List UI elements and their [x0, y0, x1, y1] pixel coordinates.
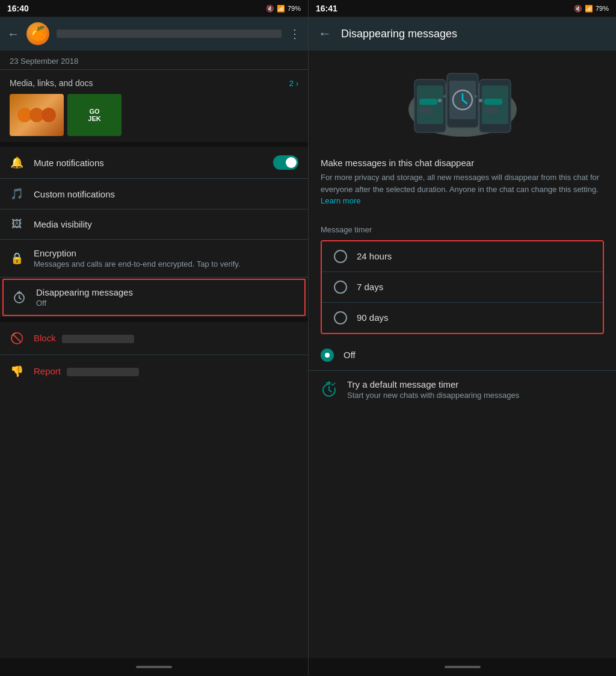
radio-90d[interactable]: 90 days	[322, 303, 603, 333]
right-battery: 79%	[596, 5, 609, 12]
radio-7d-label: 7 days	[357, 282, 383, 292]
report-icon: 👎	[10, 365, 24, 378]
encryption-title: Encryption	[34, 248, 298, 258]
mute-text: Mute notifications	[34, 158, 263, 168]
svg-point-16	[438, 99, 442, 102]
encryption-item[interactable]: 🔒 Encryption Messages and calls are end-…	[0, 240, 308, 277]
divider-encryption	[0, 277, 308, 278]
block-name-blur	[62, 335, 134, 343]
custom-notif-title: Custom notifications	[34, 189, 298, 199]
section-gap-1	[0, 142, 308, 147]
radio-off[interactable]: Off	[309, 340, 616, 370]
default-timer-title: Try a default message timer	[347, 379, 519, 389]
report-label: Report	[34, 366, 61, 376]
more-options-icon[interactable]: ⋮	[289, 26, 301, 41]
default-timer-icon	[321, 380, 337, 397]
report-label-container: Report	[34, 366, 139, 377]
media-count[interactable]: 2 ›	[289, 79, 298, 88]
radio-24h[interactable]: 24 hours	[322, 241, 603, 272]
media-visibility-item[interactable]: 🖼 Media visibility	[0, 209, 308, 239]
right-nav-dot	[445, 666, 481, 668]
media-section: Media, links, and docs 2 › GOJEK	[0, 70, 308, 142]
disappearing-text: Disappearing messages Off	[36, 287, 296, 308]
right-time: 16:41	[316, 4, 337, 13]
mute-title: Mute notifications	[34, 158, 263, 168]
timer-label: Message timer	[321, 225, 604, 234]
thumb-orange-content	[10, 94, 64, 136]
right-mute-icon: 🔇	[574, 5, 582, 13]
report-name-blur	[67, 368, 139, 376]
block-label: Block	[34, 333, 56, 343]
date-label: 23 September 2018	[0, 51, 308, 69]
block-item[interactable]: 🚫 Block	[0, 322, 308, 355]
right-wifi-icon: 📶	[585, 5, 593, 13]
radio-7d-circle	[334, 281, 347, 294]
svg-rect-7	[419, 99, 437, 105]
media-thumb-2[interactable]: GOJEK	[67, 94, 122, 136]
lock-icon: 🔒	[10, 252, 24, 265]
bell-icon: 🔔	[10, 156, 24, 169]
mute-toggle[interactable]	[273, 155, 298, 170]
left-time: 16:40	[7, 4, 29, 13]
svg-rect-14	[484, 99, 502, 105]
desc-body-text: For more privacy and storage, all new me…	[321, 173, 599, 194]
radio-off-label: Off	[343, 350, 356, 360]
report-item[interactable]: 👎 Report	[0, 355, 308, 388]
radio-group: 24 hours 7 days 90 days	[321, 240, 604, 334]
mute-notifications-item[interactable]: 🔔 Mute notifications	[0, 147, 308, 178]
radio-24h-circle	[334, 250, 347, 263]
music-icon: 🎵	[10, 187, 24, 200]
encryption-subtitle: Messages and calls are end-to-end encryp…	[34, 259, 298, 268]
orange-thumb-svg	[13, 97, 61, 133]
left-nav-dot	[136, 666, 172, 668]
media-header: Media, links, and docs 2 ›	[10, 78, 298, 88]
left-status-bar: 16:40 🔇 📶 79%	[0, 0, 308, 17]
radio-90d-circle	[334, 311, 347, 324]
left-back-button[interactable]: ←	[7, 27, 19, 41]
right-status-icons: 🔇 📶 79%	[574, 5, 609, 13]
desc-title: Make messages in this chat disappear	[321, 158, 604, 168]
custom-notif-text: Custom notifications	[34, 189, 298, 199]
right-title: Disappearing messages	[341, 28, 457, 40]
timer-icon-svg	[13, 291, 26, 304]
block-icon: 🚫	[10, 332, 24, 345]
right-status-bar: 16:41 🔇 📶 79%	[309, 0, 616, 17]
learn-more-link[interactable]: Learn more	[321, 196, 360, 205]
radio-off-circle	[321, 349, 334, 362]
wifi-icon: 📶	[277, 5, 285, 13]
disappearing-subtitle: Off	[36, 299, 296, 308]
svg-point-2	[42, 108, 56, 122]
illustration-area	[309, 51, 616, 152]
media-thumb-1[interactable]	[10, 94, 64, 136]
default-timer-text: Try a default message timer Start your n…	[347, 379, 519, 400]
left-status-icons: 🔇 📶 79%	[266, 5, 301, 13]
description-area: Make messages in this chat disappear For…	[309, 152, 616, 217]
default-timer-item[interactable]: Try a default message timer Start your n…	[309, 371, 616, 408]
disappearing-illustration	[402, 67, 523, 140]
gojek-label: GOJEK	[88, 108, 100, 122]
left-panel: 16:40 🔇 📶 79% ← 🍊 ⋮ 23 September 2018 Me…	[0, 0, 308, 676]
media-thumbnails: GOJEK	[10, 94, 298, 136]
desc-body: For more privacy and storage, all new me…	[321, 172, 604, 207]
radio-90d-label: 90 days	[357, 312, 389, 323]
media-label: Media, links, and docs	[10, 78, 93, 88]
radio-24h-label: 24 hours	[357, 251, 392, 261]
left-header: ← 🍊 ⋮	[0, 17, 308, 51]
image-icon: 🖼	[10, 218, 24, 231]
svg-rect-15	[484, 107, 497, 113]
right-bottom-nav	[309, 658, 616, 676]
contact-avatar: 🍊	[26, 22, 49, 45]
disappearing-messages-item[interactable]: Disappearing messages Off	[2, 279, 306, 316]
section-gap-2	[0, 317, 308, 322]
block-label-container: Block	[34, 333, 134, 344]
disappearing-icon	[12, 291, 26, 304]
timer-section: Message timer 24 hours 7 days 90 days	[309, 217, 616, 340]
thumb-gojek-content: GOJEK	[67, 94, 122, 136]
encryption-text: Encryption Messages and calls are end-to…	[34, 248, 298, 268]
default-timer-svg	[321, 380, 337, 397]
custom-notifications-item[interactable]: 🎵 Custom notifications	[0, 179, 308, 209]
svg-point-17	[443, 95, 446, 98]
right-back-button[interactable]: ←	[318, 26, 331, 42]
radio-7d[interactable]: 7 days	[322, 272, 603, 303]
battery-left: 79%	[288, 5, 301, 12]
